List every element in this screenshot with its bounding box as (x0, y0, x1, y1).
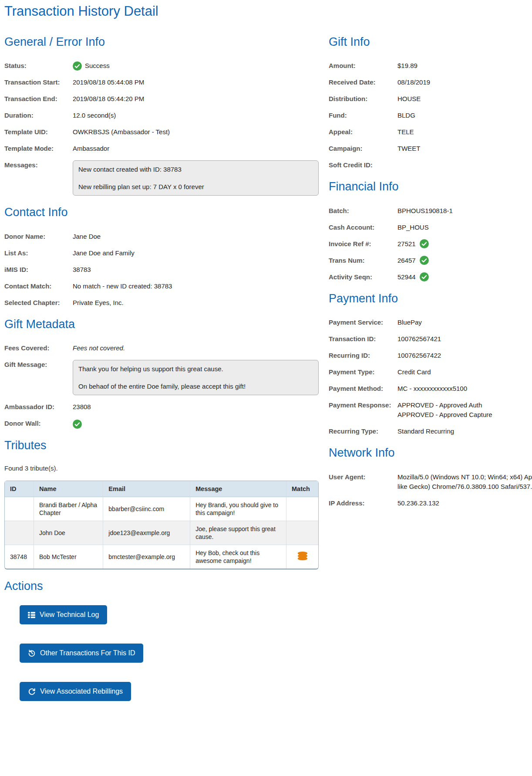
trans-num-label: Trans Num: (329, 256, 397, 265)
fund-value: BLDG (397, 111, 415, 120)
field-row: Batch: BPHOUS190818-1 (329, 206, 532, 216)
history-icon (28, 649, 36, 657)
tribute-name: Bob McTester (34, 545, 103, 569)
tribute-name: Brandi Barber / Alpha Chapter (34, 497, 103, 521)
field-row: Payment Method: MC - xxxxxxxxxxxx5100 (329, 384, 532, 393)
cash-account-value: BP_HOUS (397, 223, 429, 232)
field-row: Template Mode: Ambassador (4, 144, 325, 153)
campaign-label: Campaign: (329, 144, 397, 153)
tribute-message: Hey Bob, check out this awesome campaign… (190, 545, 286, 569)
field-row: Trans Num: 26457 (329, 256, 532, 265)
payment-service-value: BluePay (397, 318, 422, 327)
invoice-ref-label: Invoice Ref #: (329, 239, 397, 249)
view-associated-rebillings-button[interactable]: View Associated Rebillings (20, 682, 131, 701)
database-icon (298, 552, 307, 560)
template-uid-value: OWKRBSJS (Ambassador - Test) (73, 127, 170, 137)
received-date-value: 08/18/2019 (397, 78, 430, 87)
field-row: Cash Account: BP_HOUS (329, 223, 532, 232)
cash-account-label: Cash Account: (329, 223, 397, 232)
section-financial-info: Financial Info (329, 180, 532, 193)
tribute-message: Joe, please support this great cause. (190, 521, 286, 545)
field-row: Distribution: HOUSE (329, 94, 532, 104)
recurring-id-label: Recurring ID: (329, 351, 397, 360)
activity-seqn-label: Activity Seqn: (329, 272, 397, 282)
tribute-name: John Doe (34, 521, 103, 545)
field-row: Contact Match: No match - new ID created… (4, 281, 325, 291)
actions-block: View Technical Log Other Transactions Fo… (4, 605, 325, 701)
field-row: Transaction End: 2019/08/18 05:44:20 PM (4, 94, 325, 104)
transaction-history-detail-page: Transaction History Detail General / Err… (0, 0, 532, 707)
tribute-id: 38748 (5, 545, 34, 569)
tributes-header-row: ID Name Email Message Match (5, 481, 318, 497)
column-header-name: Name (34, 481, 103, 497)
soft-credit-id-label: Soft Credit ID: (329, 160, 397, 170)
section-gift-info: Gift Info (329, 35, 532, 49)
template-uid-label: Template UID: (4, 127, 73, 137)
payment-method-value: MC - xxxxxxxxxxxx5100 (397, 384, 467, 393)
field-row: Transaction Start: 2019/08/18 05:44:08 P… (4, 78, 325, 87)
fees-covered-value: Fees not covered. (73, 343, 125, 353)
fees-covered-label: Fees Covered: (4, 343, 73, 353)
transaction-end-label: Transaction End: (4, 94, 73, 104)
duration-label: Duration: (4, 111, 73, 120)
list-as-label: List As: (4, 248, 73, 258)
tribute-email: bbarber@csiinc.com (103, 497, 190, 521)
section-general-error-info: General / Error Info (4, 35, 325, 49)
page-title: Transaction History Detail (4, 3, 532, 19)
tribute-email: bmctester@example.org (103, 545, 190, 569)
field-row: Recurring Type: Standard Recurring (329, 427, 532, 436)
check-circle-icon (420, 239, 429, 248)
appeal-value: TELE (397, 127, 414, 137)
check-circle-icon (73, 61, 82, 71)
messages-box: New contact created with ID: 38783 New r… (73, 160, 319, 196)
other-transactions-button[interactable]: Other Transactions For This ID (20, 644, 143, 663)
section-actions: Actions (4, 579, 325, 593)
messages-label: Messages: (4, 160, 73, 170)
left-column: General / Error Info Status: Success Tra… (4, 35, 325, 707)
invoice-ref-value: 27521 (397, 239, 416, 249)
tributes-found-text: Found 3 tribute(s). (4, 464, 325, 472)
duration-value: 12.0 second(s) (73, 111, 116, 120)
donor-wall-label: Donor Wall: (4, 419, 73, 428)
field-row: Recurring ID: 100762567422 (329, 351, 532, 360)
tributes-table: ID Name Email Message Match Brandi Barbe… (4, 481, 319, 569)
button-label: Other Transactions For This ID (40, 649, 135, 657)
payment-response-line: APPROVED - Approved Capture (397, 410, 492, 420)
button-label: View Technical Log (40, 611, 99, 619)
field-row: Payment Type: Credit Card (329, 367, 532, 377)
field-row: IP Address: 50.236.23.132 (329, 498, 532, 508)
appeal-label: Appeal: (329, 127, 397, 137)
table-row: Brandi Barber / Alpha Chapter bbarber@cs… (5, 497, 318, 521)
table-row: John Doe jdoe123@eaxmple.org Joe, please… (5, 521, 318, 545)
message-line: New rebilling plan set up: 7 DAY x 0 for… (78, 182, 313, 191)
user-agent-line: like Gecko) Chrome/76.0.3809.100 Safari/… (397, 482, 532, 491)
trans-num-value: 26457 (397, 256, 416, 265)
distribution-label: Distribution: (329, 94, 397, 104)
view-technical-log-button[interactable]: View Technical Log (20, 605, 107, 624)
transaction-start-value: 2019/08/18 05:44:08 PM (73, 78, 144, 87)
activity-seqn-value: 52944 (397, 272, 416, 282)
section-tributes: Tributes (4, 438, 325, 452)
field-row: iMIS ID: 38783 (4, 265, 325, 274)
check-circle-icon (420, 272, 429, 281)
field-row: Duration: 12.0 second(s) (4, 111, 325, 120)
status-row: Status: Success (4, 61, 325, 71)
section-network-info: Network Info (329, 446, 532, 460)
button-label: View Associated Rebillings (40, 688, 123, 695)
batch-value: BPHOUS190818-1 (397, 206, 453, 216)
section-payment-info: Payment Info (329, 291, 532, 305)
gift-message-line: Thank you for helping us support this gr… (78, 364, 313, 373)
field-row: Received Date: 08/18/2019 (329, 78, 532, 87)
ip-address-label: IP Address: (329, 498, 397, 508)
field-row: Ambassador ID: 23808 (4, 402, 325, 412)
tribute-id (5, 497, 34, 521)
field-row: Template UID: OWKRBSJS (Ambassador - Tes… (4, 127, 325, 137)
check-circle-icon (420, 256, 429, 265)
section-gift-metadata: Gift Metadata (4, 317, 325, 331)
user-agent-label: User Agent: (329, 472, 397, 482)
column-header-id: ID (5, 481, 34, 497)
payment-response-label: Payment Response: (329, 400, 397, 410)
transaction-end-value: 2019/08/18 05:44:20 PM (73, 94, 144, 104)
field-row: List As: Jane Doe and Family (4, 248, 325, 258)
donor-name-value: Jane Doe (73, 232, 101, 241)
